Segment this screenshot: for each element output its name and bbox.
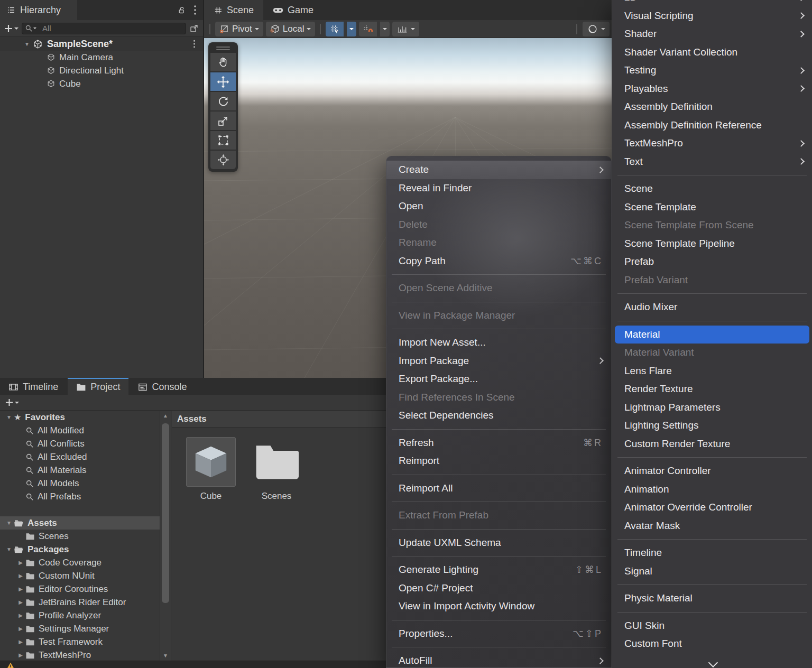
submenu-item[interactable]: Render Texture [612, 380, 812, 398]
project-tree-row[interactable]: ▼▶ ★ Test Framework [0, 635, 160, 648]
expander-icon[interactable]: ▼ [4, 546, 14, 552]
menu-item[interactable] [386, 270, 611, 279]
menu-item[interactable]: View in Import Activity Window [386, 597, 611, 616]
menu-item[interactable]: Delete [386, 216, 611, 234]
submenu-item[interactable]: Custom Font [612, 635, 812, 653]
project-tree-row[interactable]: ▼▶ ★ JetBrains Rider Editor [0, 596, 160, 609]
transform-tool-button[interactable] [210, 151, 236, 169]
submenu-item[interactable]: Scene Template From Scene [612, 216, 812, 235]
submenu-item[interactable]: Lightmap Parameters [612, 398, 812, 417]
menu-item[interactable]: Find References In Scene [386, 388, 611, 407]
submenu-item[interactable]: Assembly Definition Reference [612, 116, 812, 135]
submenu-item[interactable] [612, 171, 812, 180]
popout-icon[interactable] [189, 24, 199, 33]
snap-increment-button[interactable] [392, 22, 419, 36]
submenu-item[interactable] [612, 535, 812, 544]
submenu-item[interactable]: Scene [612, 180, 812, 198]
search-input[interactable] [22, 23, 186, 34]
menu-item[interactable]: Select Dependencies [386, 406, 611, 425]
menu-item[interactable]: Import Package [386, 352, 611, 370]
scrollbar-thumb[interactable] [162, 423, 169, 603]
menu-item[interactable] [386, 425, 611, 434]
submenu-item[interactable]: Avatar Mask [612, 517, 812, 535]
submenu-item[interactable]: Scene Template [612, 198, 812, 217]
grid-options-dropdown[interactable] [347, 22, 356, 36]
submenu-item[interactable]: Physic Material [612, 589, 812, 608]
submenu-item[interactable]: Visual Scripting [612, 7, 812, 25]
menu-item[interactable]: Extract From Prefab [386, 506, 611, 525]
vertical-scrollbar[interactable]: ▲ ▼ [160, 411, 171, 661]
menu-item[interactable] [386, 552, 611, 561]
move-tool-button[interactable] [210, 72, 236, 91]
project-tree-row[interactable]: ▼▶ ★ Profile Analyzer [0, 609, 160, 622]
expander-icon[interactable]: ▶ [16, 573, 25, 579]
menu-item[interactable]: Rename [386, 234, 611, 252]
submenu-item[interactable]: Animator Controller [612, 462, 812, 480]
panel-tab[interactable]: Console [130, 378, 195, 395]
menu-item[interactable]: Reimport All [386, 479, 611, 498]
submenu-item[interactable]: Shader [612, 25, 812, 43]
menu-item[interactable]: Refresh ⌘R [386, 434, 611, 452]
submenu-item[interactable] [612, 317, 812, 326]
expander-icon[interactable]: ▶ [16, 560, 25, 565]
menu-item[interactable] [386, 525, 611, 534]
menu-item[interactable]: Export Package... [386, 370, 611, 388]
view-tab[interactable]: Game [263, 0, 323, 20]
menu-item[interactable]: Update UXML Schema [386, 534, 611, 552]
local-space-button[interactable]: Local [266, 22, 316, 36]
project-tree-row[interactable]: ▼▶ ★ TextMeshPro [0, 648, 160, 661]
menu-item[interactable]: Reimport [386, 452, 611, 470]
submenu-item[interactable]: Animation [612, 480, 812, 499]
submenu-item[interactable] [612, 289, 812, 298]
project-tree-row[interactable]: ▼▶ ★ Editor Coroutines [0, 582, 160, 596]
menu-item[interactable]: AutoFill [386, 652, 611, 668]
snap-toggle[interactable] [359, 22, 377, 36]
rotate-tool-button[interactable] [210, 92, 236, 110]
menu-item[interactable]: Create [386, 161, 611, 179]
hand-tool-button[interactable] [210, 53, 236, 71]
kebab-menu-icon[interactable] [193, 39, 196, 49]
submenu-item[interactable]: Timeline [612, 544, 812, 562]
hierarchy-item[interactable]: ▼▶ Cube [0, 77, 203, 90]
submenu-item[interactable]: TextMeshPro [612, 134, 812, 153]
submenu-item[interactable]: 2D [612, 0, 812, 7]
project-tree-row[interactable]: ▼▶ ★ Favorites [0, 411, 160, 424]
submenu-item[interactable]: Prefab Variant [612, 271, 812, 290]
kebab-menu-icon[interactable] [193, 5, 197, 15]
submenu-item[interactable]: Audio Mixer [612, 298, 812, 317]
expander-icon[interactable]: ▼ [4, 520, 14, 526]
search-icon[interactable] [25, 24, 36, 32]
menu-item[interactable] [386, 643, 611, 652]
grid-visibility-toggle[interactable]: Y [326, 22, 344, 36]
expander-icon[interactable]: ▶ [16, 652, 25, 658]
project-tree-row[interactable]: ▼▶ ★ Assets [0, 516, 160, 530]
submenu-item[interactable]: Assembly Definition [612, 98, 812, 116]
submenu-item[interactable]: Scene Template Pipeline [612, 235, 812, 253]
scale-tool-button[interactable] [210, 112, 236, 130]
submenu-item[interactable]: Playables [612, 80, 812, 98]
project-tree-row[interactable]: ▼▶ ★ Scenes [0, 530, 160, 543]
asset-item[interactable]: Cube [186, 437, 236, 502]
submenu-item[interactable]: Text [612, 153, 812, 171]
submenu-item[interactable]: Material [615, 326, 809, 344]
asset-item[interactable]: Scenes [251, 437, 302, 502]
panel-tab[interactable]: Timeline [0, 378, 67, 395]
menu-item[interactable] [386, 298, 611, 307]
menu-item[interactable]: Open C# Project [386, 579, 611, 598]
project-tree-row[interactable]: ▼▶ ★ All Conflicts [0, 437, 160, 450]
project-tree-row[interactable]: ▼▶ ★ All Prefabs [0, 490, 160, 503]
project-tree-row[interactable]: ▼▶ ★ Packages [0, 543, 160, 556]
snap-options-dropdown[interactable] [380, 22, 390, 36]
toolstrip-drag-handle[interactable] [210, 44, 236, 52]
menu-item[interactable]: Import New Asset... [386, 333, 611, 352]
hierarchy-item[interactable]: ▼▶ Main Camera [0, 51, 203, 64]
scroll-up-arrow[interactable]: ▲ [160, 413, 171, 419]
project-tree-row[interactable]: ▼▶ ★ Settings Manager [0, 622, 160, 635]
menu-item[interactable]: Open Scene Additive [386, 279, 611, 298]
submenu-item[interactable]: Custom Render Texture [612, 435, 812, 453]
hierarchy-tab[interactable]: Hierarchy [0, 0, 77, 20]
lock-icon[interactable] [177, 6, 186, 15]
project-tree-row[interactable]: ▼▶ ★ Code Coverage [0, 556, 160, 569]
scroll-down-arrow[interactable]: ▼ [160, 653, 171, 658]
submenu-item[interactable]: Signal [612, 562, 812, 581]
